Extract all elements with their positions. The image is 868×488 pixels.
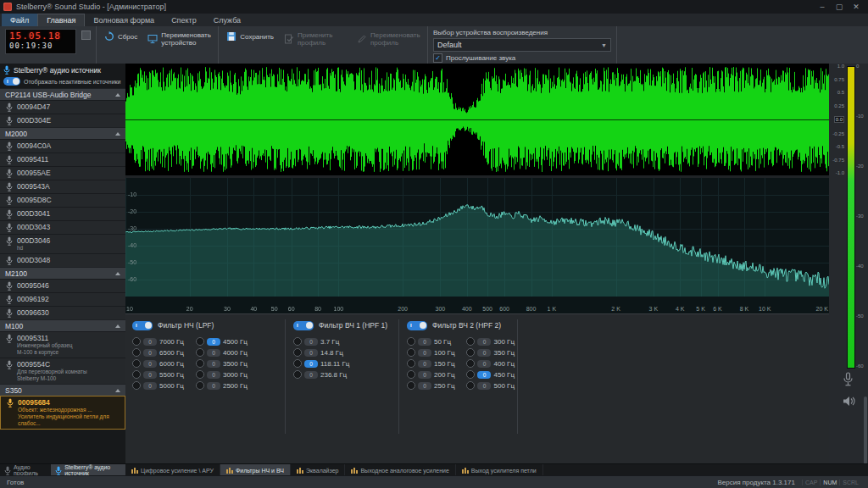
save-profile-button[interactable]: Сохранить	[224, 29, 276, 44]
filter-radio[interactable]	[293, 337, 302, 346]
filter-radio[interactable]	[196, 348, 204, 357]
filter-toggle[interactable]: I	[293, 321, 314, 330]
menu-tab-1[interactable]: Главная	[37, 14, 85, 26]
source-item[interactable]: 00096192	[0, 292, 125, 306]
source-item[interactable]: 000D3046hd	[0, 234, 125, 253]
source-item[interactable]: 00095311Инженерный образецМ-100 в корпус…	[0, 331, 125, 358]
filter-radio[interactable]	[407, 370, 415, 379]
filter-option[interactable]: 07000 Гц	[132, 336, 184, 347]
display-settings-icon[interactable]	[81, 30, 91, 40]
source-group-header[interactable]: M2000	[0, 127, 125, 139]
filter-option[interactable]: 03500 Гц	[196, 358, 248, 369]
close-icon[interactable]: ✕	[848, 1, 865, 13]
filter-radio[interactable]	[466, 337, 475, 346]
menu-tab-0[interactable]: Файл	[2, 14, 37, 26]
filter-option[interactable]: 03000 Гц	[196, 369, 248, 380]
source-group-header[interactable]: S350	[0, 384, 125, 396]
source-item[interactable]: 00095411	[0, 152, 125, 166]
show-inactive-toggle[interactable]: I	[3, 77, 20, 86]
filter-radio[interactable]	[196, 370, 204, 379]
reset-button[interactable]: Сброс	[102, 29, 140, 44]
source-group-header[interactable]: CP2114 USB-Audio Bridge	[0, 88, 125, 100]
source-item[interactable]: 00096630	[0, 306, 125, 319]
filter-radio[interactable]	[132, 359, 141, 368]
listen-checkbox[interactable]: ✓	[433, 53, 442, 63]
main-tab-3[interactable]: Выходное аналоговое усиление	[345, 464, 455, 476]
filter-option[interactable]: 0300 Гц	[466, 336, 514, 347]
main-tab-0[interactable]: Цифровое усиление \ АРУ	[125, 464, 220, 476]
filter-radio[interactable]	[132, 348, 141, 357]
filter-option[interactable]: 050 Гц	[407, 336, 454, 347]
filter-radio[interactable]	[196, 337, 204, 346]
source-item[interactable]: 00094C0A	[0, 139, 125, 152]
filter-option[interactable]: 0400 Гц	[466, 358, 514, 369]
filter-option[interactable]: 0118.11 Гц	[293, 358, 349, 369]
filter-option[interactable]: 0200 Гц	[407, 369, 454, 380]
source-item[interactable]: 0009554CДля переговорной комнатыStelberr…	[0, 358, 125, 384]
speaker-icon[interactable]	[843, 396, 855, 407]
filter-option[interactable]: 05500 Гц	[132, 369, 184, 380]
filter-option[interactable]: 06000 Гц	[132, 358, 184, 369]
filter-option[interactable]: 0250 Гц	[407, 380, 454, 391]
filter-radio[interactable]	[407, 348, 415, 357]
filter-radio[interactable]	[466, 348, 475, 357]
filter-option[interactable]: 0100 Гц	[407, 347, 454, 358]
filter-option[interactable]: 04500 Гц	[196, 336, 248, 347]
playback-device-select[interactable]: Default ▼	[433, 38, 611, 52]
filter-option[interactable]: 0350 Гц	[466, 347, 514, 358]
main-tab-2[interactable]: Эквалайзер	[291, 464, 345, 476]
filter-radio[interactable]	[407, 359, 415, 368]
rename-device-button[interactable]: Переименовать устройство	[145, 29, 213, 49]
microphone-icon[interactable]	[843, 372, 854, 386]
source-group-header[interactable]: M2100	[0, 267, 125, 279]
filter-radio[interactable]	[466, 359, 475, 368]
filter-radio[interactable]	[466, 370, 475, 379]
source-item[interactable]: 000955AE	[0, 166, 125, 180]
filter-option[interactable]: 014.8 Гц	[293, 347, 349, 358]
menu-tab-3[interactable]: Спектр	[163, 14, 205, 26]
filter-radio[interactable]	[132, 337, 141, 346]
filter-option[interactable]: 02500 Гц	[196, 380, 248, 391]
apply-profile-button[interactable]: Применить профиль	[281, 29, 349, 49]
source-item[interactable]: 00095046	[0, 279, 125, 292]
filter-option[interactable]: 0150 Гц	[407, 358, 454, 369]
filter-toggle[interactable]: I	[132, 321, 153, 330]
minimize-icon[interactable]: –	[814, 1, 831, 13]
filter-radio[interactable]	[132, 370, 141, 379]
filter-option[interactable]: 06500 Гц	[132, 347, 184, 358]
filter-radio[interactable]	[466, 381, 475, 390]
filter-option[interactable]: 0500 Гц	[466, 380, 514, 391]
filter-radio[interactable]	[293, 359, 302, 368]
filter-option[interactable]: 04000 Гц	[196, 347, 248, 358]
main-tab-4[interactable]: Выход усилителя петли	[456, 464, 543, 476]
menu-tab-2[interactable]: Волновая форма	[85, 14, 163, 26]
filter-radio[interactable]	[407, 337, 415, 346]
sidebar-tab-1[interactable]: Stelberry® аудио источник	[51, 464, 125, 476]
source-item[interactable]: 000D3043	[0, 220, 125, 234]
maximize-icon[interactable]: ▢	[831, 1, 848, 13]
filter-toggle[interactable]: I	[407, 321, 427, 330]
filter-option[interactable]: 0450 Гц	[466, 369, 514, 380]
source-item[interactable]: 000D3048	[0, 253, 125, 267]
filter-radio[interactable]	[196, 359, 204, 368]
filter-radio[interactable]	[196, 381, 204, 390]
filter-radio[interactable]	[132, 381, 141, 390]
source-item[interactable]: 00094D47	[0, 100, 125, 114]
filter-radio[interactable]	[293, 348, 302, 357]
sidebar-tab-0[interactable]: Аудио профиль	[0, 464, 51, 476]
rename-profile-button[interactable]: Переименовать профиль	[354, 29, 422, 49]
filter-option[interactable]: 05000 Гц	[132, 380, 184, 391]
main-tab-1[interactable]: Фильтры НЧ и ВЧ	[220, 464, 291, 476]
source-group-header[interactable]: M100	[0, 319, 125, 331]
menu-tab-4[interactable]: Служба	[205, 14, 249, 26]
filter-option[interactable]: 03.7 Гц	[293, 336, 349, 347]
filter-radio[interactable]	[293, 370, 302, 379]
source-item[interactable]: 0009543A	[0, 180, 125, 193]
source-item[interactable]: 00095684Объект: железнодорожная ...Усили…	[0, 396, 125, 430]
filter-radio[interactable]	[407, 381, 415, 390]
filter-option[interactable]: 0236.8 Гц	[293, 369, 349, 380]
source-item[interactable]: 000D304E	[0, 114, 125, 127]
source-item[interactable]: 000D3041	[0, 207, 125, 220]
vertical-scrollbar[interactable]	[864, 396, 867, 464]
source-item[interactable]: 00095D8C	[0, 193, 125, 207]
